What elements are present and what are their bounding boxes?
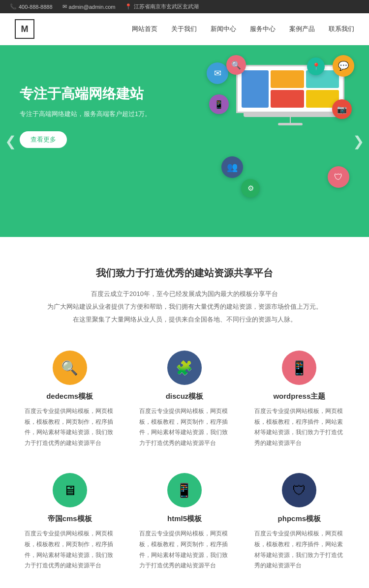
feature-icon: 🔍 xyxy=(53,351,87,385)
nav-contact[interactable]: 联系我们 xyxy=(329,25,354,33)
platform-desc: 百度云成立于2010年，至今已经发展成为国内最大的模板分享平台 为广大网站建设从… xyxy=(20,288,349,326)
hero-cta-button[interactable]: 查看更多 xyxy=(20,131,67,148)
nav-service[interactable]: 服务中心 xyxy=(250,25,276,33)
feature-desc: 百度云专业提供网站模板，网页模板，模板教程，网页制作，程序插件，网站素材等建站资… xyxy=(25,406,115,448)
topbar-phone: 📞 400-888-8888 xyxy=(10,3,53,10)
hero-subtitle: 专注于高端网络建站，服务高端客户超过1万。 xyxy=(20,109,177,119)
topbar-email: ✉ admin@admin.com xyxy=(62,3,116,10)
feature-name: dedecms模板 xyxy=(25,392,115,401)
feature-item: 🧩 discuz模板 百度云专业提供网站模板，网页模板，模板教程，网页制作，程序… xyxy=(134,346,234,453)
feature-desc: 百度云专业提供网站模板，网页模板，模板教程，程序插件，网站素材等建站资源，我们致… xyxy=(254,529,344,571)
feature-icon: 🖥 xyxy=(53,473,87,507)
feature-icon: 🧩 xyxy=(167,351,202,385)
feature-name: phpcms模板 xyxy=(254,514,344,524)
nav-cases[interactable]: 案例产品 xyxy=(289,25,315,33)
feature-icon: 📱 xyxy=(282,351,316,385)
platform-section: 我们致力于打造优秀的建站资源共享平台 百度云成立于2010年，至今已经发展成为国… xyxy=(0,237,369,588)
feature-item: 🖥 帝国cms模板 百度云专业提供网站模板，网页模板，模板教程，网页制作，程序插… xyxy=(20,468,120,576)
email-icon: ✉ xyxy=(62,3,67,10)
feature-desc: 百度云专业提供网站模板，网页模板，模板教程，网页制作，程序插件，网站素材等建站资… xyxy=(139,529,229,571)
hero-next-arrow[interactable]: ❯ xyxy=(353,133,364,149)
nav-about[interactable]: 关于我们 xyxy=(171,25,197,33)
nav-news[interactable]: 新闻中心 xyxy=(211,25,236,33)
phone-icon: 📞 xyxy=(10,3,17,10)
hero-prev-arrow[interactable]: ❮ xyxy=(5,133,16,149)
feature-icon: 📱 xyxy=(167,473,202,507)
platform-title: 我们致力于打造优秀的建站资源共享平台 xyxy=(20,266,349,280)
topbar-address: 📍 江苏省南京市玄武区玄武湖 xyxy=(125,3,199,10)
topbar: 📞 400-888-8888 ✉ admin@admin.com 📍 江苏省南京… xyxy=(0,0,369,13)
hero-banner: 专注于高端网络建站 专注于高端网络建站，服务高端客户超过1万。 查看更多 ✉ 🔍 xyxy=(0,45,369,237)
feature-icon: 🛡 xyxy=(282,473,316,507)
feature-name: discuz模板 xyxy=(139,392,229,401)
hero-title: 专注于高端网络建站 xyxy=(20,85,177,103)
header: M 网站首页 关于我们 新闻中心 服务中心 案例产品 联系我们 xyxy=(0,13,369,45)
feature-name: wordpress主题 xyxy=(254,392,344,401)
feature-name: html5模板 xyxy=(139,514,229,524)
main-nav: 网站首页 关于我们 新闻中心 服务中心 案例产品 联系我们 xyxy=(132,25,354,33)
logo[interactable]: M xyxy=(15,19,34,39)
feature-item: 📱 wordpress主题 百度云专业提供网站模板，网页模板，模板教程，程序插件… xyxy=(249,346,349,453)
feature-desc: 百度云专业提供网站模板，网页模板，模板教程，网页制作，程序插件，网站素材等建站资… xyxy=(139,406,229,448)
feature-name: 帝国cms模板 xyxy=(25,514,115,524)
feature-item: 🛡 phpcms模板 百度云专业提供网站模板，网页模板，模板教程，程序插件，网站… xyxy=(249,468,349,576)
feature-desc: 百度云专业提供网站模板，网页模板，模板教程，网页制作，程序插件，网站素材等建站资… xyxy=(25,529,115,571)
feature-item: 🔍 dedecms模板 百度云专业提供网站模板，网页模板，模板教程，网页制作，程… xyxy=(20,346,120,453)
feature-desc: 百度云专业提供网站模板，网页模板，模板教程，程序插件，网站素材等建站资源，我们致… xyxy=(254,406,344,448)
features-grid: 🔍 dedecms模板 百度云专业提供网站模板，网页模板，模板教程，网页制作，程… xyxy=(20,346,349,576)
feature-item: 📱 html5模板 百度云专业提供网站模板，网页模板，模板教程，网页制作，程序插… xyxy=(134,468,234,576)
hero-content: 专注于高端网络建站 专注于高端网络建站，服务高端客户超过1万。 查看更多 xyxy=(20,75,177,148)
nav-home[interactable]: 网站首页 xyxy=(132,25,157,33)
location-icon: 📍 xyxy=(125,3,132,10)
